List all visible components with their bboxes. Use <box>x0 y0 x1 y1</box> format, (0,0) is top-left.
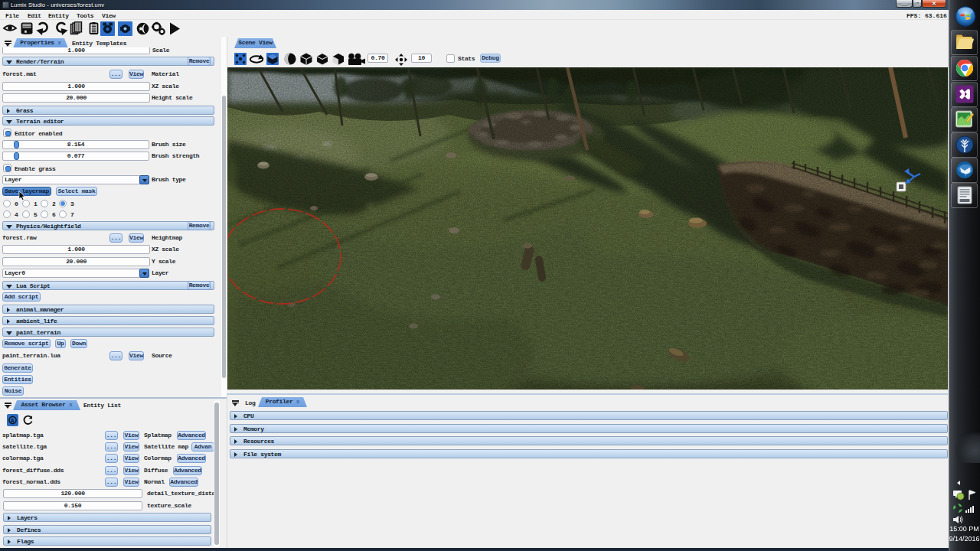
svg-text:A: A <box>11 417 15 424</box>
